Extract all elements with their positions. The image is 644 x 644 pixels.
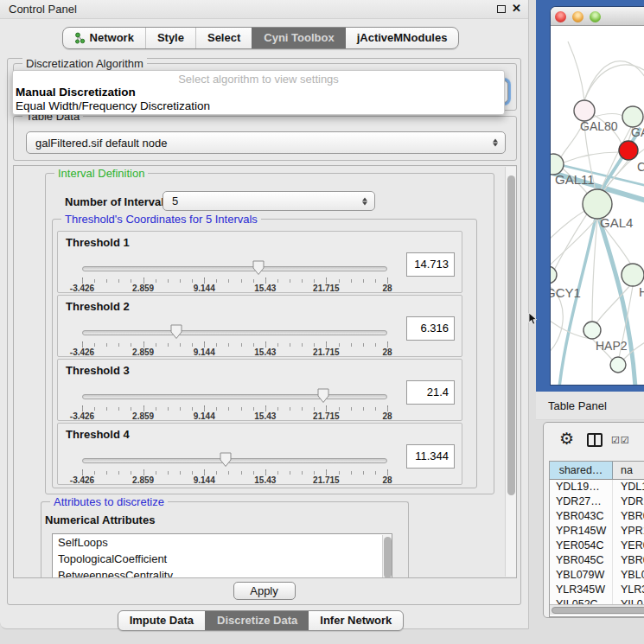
node-gcy1[interactable] bbox=[551, 266, 557, 284]
settings-scrollbar[interactable] bbox=[505, 167, 516, 577]
cell[interactable]: YBR045C bbox=[550, 553, 613, 568]
cell[interactable]: YBL0 bbox=[613, 568, 644, 583]
threshold-3-slider[interactable] bbox=[82, 386, 387, 405]
tab-cyni-toolbox[interactable]: Cyni Toolbox bbox=[252, 28, 345, 48]
threshold-4-value-field[interactable]: 11.344 bbox=[406, 444, 455, 469]
table-data-combobox[interactable]: galFiltered.sif default node bbox=[26, 131, 506, 154]
tab-infer-network[interactable]: Infer Network bbox=[309, 611, 403, 630]
tab-style[interactable]: Style bbox=[145, 28, 195, 48]
threshold-1-slider[interactable] bbox=[82, 258, 387, 277]
node-bottom[interactable] bbox=[610, 357, 626, 373]
apply-button[interactable]: Apply bbox=[233, 582, 296, 600]
table-row[interactable]: YBR043C YBR0 bbox=[550, 509, 644, 524]
bottom-tabs-pill: Impute Data Discretize Data Infer Networ… bbox=[118, 610, 405, 631]
node-partial-ga[interactable] bbox=[622, 106, 643, 127]
list-item[interactable]: TopologicalCoefficient bbox=[53, 551, 392, 567]
node-red-selected[interactable] bbox=[619, 141, 638, 160]
threshold-3-value-field[interactable]: 21.4 bbox=[406, 380, 455, 405]
tab-impute-data[interactable]: Impute Data bbox=[118, 611, 205, 630]
table-panel-window: ⚙ ☑☑ shared… na YDL19… YDL1 YDR27… YDR2 … bbox=[543, 422, 644, 618]
table-row[interactable]: YER054C YER0 bbox=[550, 539, 644, 553]
num-intervals-label: Number of Intervals bbox=[65, 195, 170, 208]
cell[interactable]: YDL1 bbox=[613, 480, 644, 494]
attributes-list[interactable]: SelfLoops TopologicalCoefficient Between… bbox=[52, 533, 392, 578]
column-header-name[interactable]: na bbox=[613, 462, 644, 479]
cell[interactable]: YER0 bbox=[613, 539, 644, 553]
cell[interactable]: YDR2 bbox=[613, 494, 644, 509]
cell[interactable]: YBL079W bbox=[550, 568, 613, 583]
table-row[interactable]: YPR145W YPR1 bbox=[550, 524, 644, 539]
table-row[interactable]: YBL079W YBL0 bbox=[550, 568, 644, 583]
slider-track[interactable] bbox=[82, 330, 387, 335]
dropdown-option-manual[interactable]: Manual Discretization bbox=[13, 86, 504, 99]
tick-label: 2.859 bbox=[132, 348, 154, 357]
list-scrollbar[interactable] bbox=[382, 535, 392, 578]
column-header-shared[interactable]: shared… bbox=[550, 462, 613, 479]
cell[interactable]: YLR3 bbox=[613, 583, 644, 597]
threshold-4-label: Threshold 4 bbox=[66, 428, 130, 441]
threshold-2-slider[interactable] bbox=[82, 322, 387, 341]
table-row[interactable]: YBR045C YBR0 bbox=[550, 553, 644, 568]
network-canvas[interactable]: GAL80 GA C GAL11 GAL4 GCY1 H HAP2 bbox=[551, 26, 644, 385]
control-panel-titlebar: Control Panel ✕ bbox=[0, 0, 528, 19]
cell[interactable]: YPR1 bbox=[613, 524, 644, 539]
node-gal80[interactable] bbox=[574, 100, 595, 121]
node-gal4[interactable] bbox=[583, 189, 612, 219]
node-h[interactable] bbox=[622, 264, 644, 286]
network-window-titlebar[interactable] bbox=[551, 7, 644, 26]
threshold-4-slider[interactable] bbox=[82, 450, 387, 469]
table-data-value: galFiltered.sif default node bbox=[35, 132, 167, 153]
horizontal-scrollbar[interactable] bbox=[550, 604, 644, 615]
slider-tickmarks bbox=[82, 277, 388, 284]
dropdown-placeholder-option[interactable]: Select algorithm to view settings bbox=[13, 73, 504, 86]
zoom-traffic-light-icon[interactable] bbox=[590, 11, 601, 22]
node-table: shared… na YDL19… YDL1 YDR27… YDR2 YBR04… bbox=[549, 461, 644, 617]
minimize-traffic-light-icon[interactable] bbox=[572, 11, 583, 22]
list-item[interactable]: BetweennessCentrality bbox=[53, 567, 392, 578]
table-row[interactable]: YLR345W YLR3 bbox=[550, 583, 644, 597]
table-row[interactable]: YDL19… YDL1 bbox=[550, 480, 644, 494]
thresholds-fieldset: Threshold's Coordinates for 5 Intervals … bbox=[52, 219, 477, 488]
slider-track[interactable] bbox=[82, 458, 387, 463]
slider-thumb[interactable] bbox=[252, 260, 265, 276]
threshold-2-value-field[interactable]: 6.316 bbox=[406, 316, 455, 341]
cell[interactable]: YDL19… bbox=[550, 480, 613, 494]
num-intervals-combobox[interactable]: 5 bbox=[163, 191, 375, 211]
table-row[interactable]: YDR27… YDR2 bbox=[550, 494, 644, 509]
checkbox-columns-icon[interactable]: ☑☑ bbox=[611, 435, 630, 446]
node-hap2[interactable] bbox=[583, 322, 601, 339]
cell[interactable]: YPR145W bbox=[550, 524, 613, 539]
slider-track[interactable] bbox=[82, 394, 387, 399]
tab-select[interactable]: Select bbox=[195, 28, 252, 48]
cell[interactable]: YBR043C bbox=[550, 509, 613, 524]
slider-thumb[interactable] bbox=[316, 388, 330, 404]
close-traffic-light-icon[interactable] bbox=[555, 11, 566, 22]
cell[interactable]: YBR0 bbox=[613, 553, 644, 568]
slider-thumb[interactable] bbox=[169, 324, 183, 340]
cell[interactable]: YDR27… bbox=[550, 494, 613, 509]
dropdown-option-equal-width[interactable]: Equal Width/Frequency Discretization bbox=[13, 99, 504, 113]
close-icon[interactable]: ✕ bbox=[512, 2, 521, 15]
algorithm-fieldset-title: Discretization Algorithm bbox=[22, 57, 147, 70]
list-item[interactable]: SelfLoops bbox=[53, 534, 392, 551]
settings-scroll-area: Interval Definition Number of Intervals … bbox=[13, 165, 517, 578]
threshold-1-value-field[interactable]: 14.713 bbox=[406, 252, 455, 277]
settings-scrollbar-thumb[interactable] bbox=[507, 175, 515, 495]
cell[interactable]: YBR0 bbox=[613, 509, 644, 524]
tab-discretize-data[interactable]: Discretize Data bbox=[205, 611, 309, 630]
tick-label: 28 bbox=[382, 411, 392, 421]
tick-label: -3.426 bbox=[70, 475, 94, 485]
cell[interactable]: YER054C bbox=[550, 539, 613, 553]
slider-track[interactable] bbox=[82, 266, 387, 271]
tick-label: 2.859 bbox=[132, 284, 154, 293]
float-window-icon[interactable] bbox=[497, 5, 506, 13]
split-panel-icon[interactable] bbox=[587, 433, 603, 447]
table-panel-titlebar: Table Panel bbox=[536, 392, 644, 420]
horizontal-scrollbar-thumb[interactable] bbox=[552, 607, 644, 614]
cell[interactable]: YLR345W bbox=[550, 583, 613, 597]
list-scrollbar-thumb[interactable] bbox=[384, 537, 392, 578]
slider-thumb[interactable] bbox=[219, 452, 233, 468]
tab-jactivemnodules[interactable]: jActiveMNodules bbox=[346, 28, 459, 48]
tab-network[interactable]: Network bbox=[63, 28, 145, 48]
gear-icon[interactable]: ⚙ bbox=[559, 428, 574, 450]
